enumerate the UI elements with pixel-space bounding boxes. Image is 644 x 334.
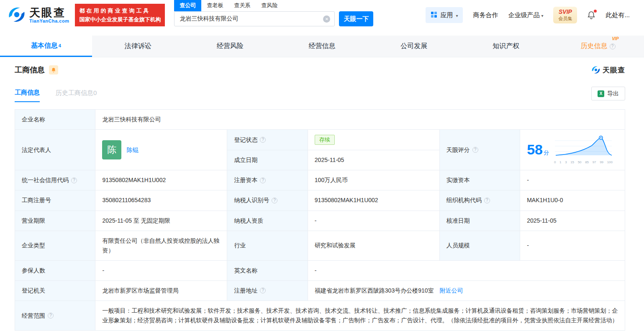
table-row: 工商注册号 350802110654283 纳税人识别号? 91350802MA… xyxy=(15,190,625,211)
subscribe-bell-icon[interactable] xyxy=(49,65,58,75)
table-row: 企业名称 龙岩三快科技有限公司 xyxy=(15,110,625,130)
help-icon[interactable]: ? xyxy=(484,198,490,203)
search-tab-risk[interactable]: 查风险 xyxy=(256,0,283,11)
nearby-companies-link[interactable]: 附近公司 xyxy=(439,287,463,294)
logo-swirl-icon xyxy=(591,65,600,75)
search-button[interactable]: 天眼一下 xyxy=(339,11,373,26)
field-value-reg-authority: 龙岩市新罗区市场监督管理局 xyxy=(95,280,227,301)
enterprise-products-link[interactable]: 企业级产品 ▾ xyxy=(508,11,543,19)
table-row: 企业类型 有限责任公司（非自然人投资或控股的法人独资） 行业 研究和试验发展 人… xyxy=(15,231,625,260)
table-row: 统一社会信用代码? 91350802MAK1H1U002 注册资本? 100万人… xyxy=(15,170,625,190)
watermark-text: 天眼查 xyxy=(603,65,625,75)
apps-grid-icon xyxy=(431,11,437,19)
subtab-current-info[interactable]: 工商信息 xyxy=(15,89,40,102)
field-label-business-scope: 经营范围? xyxy=(15,301,95,331)
help-icon[interactable]: ? xyxy=(260,137,266,143)
field-label-staff-size: 人员规模 xyxy=(439,231,520,260)
tab-business-info[interactable]: 经营信息 xyxy=(276,36,368,57)
field-label-approval-date: 核准日期 xyxy=(439,211,520,231)
field-label-legal-rep: 法定代表人 xyxy=(15,130,95,170)
field-label-business-term: 营业期限 xyxy=(15,211,95,231)
search-tab-company[interactable]: 查公司 xyxy=(174,0,201,11)
search-tab-boss[interactable]: 查老板 xyxy=(201,0,228,11)
svip-member-badge[interactable]: SVIP 会员集 xyxy=(553,7,577,23)
field-value-score: 58分 xyxy=(520,130,625,170)
chevron-down-icon: ▾ xyxy=(541,13,543,18)
field-label-establish-date: 成立日期 xyxy=(227,150,308,170)
search-input-wrap: ✕ xyxy=(174,11,335,26)
field-label-reg-authority: 登记机关 xyxy=(15,280,95,301)
tab-company-development[interactable]: 公司发展 xyxy=(368,36,460,57)
slogan-line1: 都在用的商业查询工具 xyxy=(79,6,161,15)
tab-intellectual-property[interactable]: 知识产权 xyxy=(460,36,552,57)
avatar: 陈 xyxy=(102,140,121,159)
field-label-taxpayer-quality: 纳税人资质 xyxy=(227,211,308,231)
help-icon[interactable]: ? xyxy=(71,177,77,183)
export-label: 导出 xyxy=(607,90,619,98)
help-icon[interactable]: ? xyxy=(48,313,54,319)
field-label-reg-status: 登记状态 ? xyxy=(227,130,308,150)
field-value-company-type: 有限责任公司（非自然人投资或控股的法人独资） xyxy=(95,231,227,260)
tab-operational-risk[interactable]: 经营风险 xyxy=(184,36,276,57)
search-input[interactable] xyxy=(174,15,334,22)
field-value-business-term: 2025-11-05 至 无固定期限 xyxy=(95,211,227,231)
notification-bell-icon[interactable] xyxy=(587,11,595,19)
svip-label: SVIP xyxy=(558,8,572,16)
field-label-reg-capital: 注册资本? xyxy=(227,170,308,190)
export-button[interactable]: X 导出 xyxy=(591,87,625,100)
table-row: 法定代表人 陈 陈锟 登记状态 ? 存续 xyxy=(15,130,625,150)
field-label-company-type: 企业类型 xyxy=(15,231,95,260)
notification-dot xyxy=(594,10,597,13)
field-label-score: 天眼评分 ? xyxy=(439,130,520,170)
company-nav-tabs: 基本信息4 法律诉讼 经营风险 经营信息 公司发展 知识产权 历史信息 ? VI… xyxy=(0,36,644,57)
field-value-company-name: 龙岩三快科技有限公司 xyxy=(95,110,625,130)
tab-history-info[interactable]: 历史信息 ? VIP xyxy=(552,36,644,57)
subtab-row: 工商信息 历史工商信息0 X 导出 xyxy=(15,87,625,104)
watermark-logo: 天眼查 xyxy=(591,65,625,75)
search-type-tabs: 查公司 查老板 查关系 查风险 xyxy=(174,0,373,11)
help-icon[interactable]: ? xyxy=(260,177,266,183)
clear-search-icon[interactable]: ✕ xyxy=(323,15,330,23)
score-curve-chart: 0131550859799100 xyxy=(554,135,613,165)
field-value-taxpayer-id: 91350802MAK1H1U002 xyxy=(308,190,439,211)
logo-swirl-icon xyxy=(8,5,26,25)
business-cooperation-link[interactable]: 商务合作 xyxy=(473,11,498,19)
field-value-reg-number: 350802110654283 xyxy=(95,190,227,211)
field-label-paid-capital: 实缴资本 xyxy=(439,170,520,190)
top-header: 天眼查 TianYanCha.com 都在用的商业查询工具 国家中小企业发展子基… xyxy=(0,0,644,30)
field-value-reg-address: 福建省龙岩市新罗区西陂路303号办公楼910室 附近公司 xyxy=(308,280,625,301)
help-icon[interactable]: ? xyxy=(260,288,266,293)
search-area: 查公司 查老板 查关系 查风险 ✕ 天眼一下 xyxy=(174,0,373,26)
apps-menu-button[interactable]: 应用 ▾ xyxy=(426,7,463,23)
table-row: 经营范围? 一般项目：工程和技术研究和试验发展；软件开发；技术服务、技术开发、技… xyxy=(15,301,625,331)
help-icon[interactable]: ? xyxy=(272,198,277,203)
help-icon[interactable]: ? xyxy=(472,147,478,153)
field-label-insured: 参保人数 xyxy=(15,260,95,280)
field-label-reg-number: 工商注册号 xyxy=(15,190,95,211)
field-label-credit-code: 统一社会信用代码? xyxy=(15,170,95,190)
subtab-history-info[interactable]: 历史工商信息0 xyxy=(56,89,97,102)
legal-rep-link[interactable]: 陈锟 xyxy=(126,145,138,155)
tianyancha-logo[interactable]: 天眼查 TianYanCha.com xyxy=(8,5,69,25)
field-value-staff-size: - xyxy=(520,231,625,260)
field-value-taxpayer-quality: - xyxy=(308,211,439,231)
field-label-taxpayer-id: 纳税人识别号? xyxy=(227,190,308,211)
table-row: 参保人数 - 英文名称 - xyxy=(15,260,625,280)
header-more-text[interactable]: 此处有... xyxy=(606,11,630,19)
brand-slogan: 都在用的商业查询工具 国家中小企业发展子基金旗下机构 xyxy=(75,4,165,27)
chevron-down-icon: ▾ xyxy=(456,13,458,18)
score-axis-ticks: 0131550859799100 xyxy=(554,159,613,165)
field-value-insured: - xyxy=(95,260,227,280)
tab-basic-info[interactable]: 基本信息4 xyxy=(0,36,92,57)
help-icon[interactable]: ? xyxy=(610,44,616,49)
vip-badge: VIP xyxy=(612,36,618,41)
logo-title: 天眼查 xyxy=(29,7,69,19)
field-value-industry: 研究和试验发展 xyxy=(308,231,439,260)
apps-label: 应用 xyxy=(440,11,453,19)
search-tab-relation[interactable]: 查关系 xyxy=(228,0,256,11)
header-right: 应用 ▾ 商务合作 企业级产品 ▾ SVIP 会员集 此处有... xyxy=(426,7,644,23)
tab-legal-proceedings[interactable]: 法律诉讼 xyxy=(92,36,184,57)
field-value-business-scope: 一般项目：工程和技术研究和试验发展；软件开发；技术服务、技术开发、技术咨询、技术… xyxy=(95,301,625,331)
field-value-credit-code: 91350802MAK1H1U002 xyxy=(95,170,227,190)
tab-basic-info-label: 基本信息 xyxy=(31,41,58,50)
